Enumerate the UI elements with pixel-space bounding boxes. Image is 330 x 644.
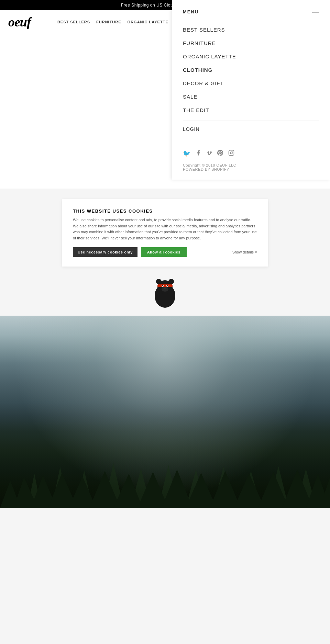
menu-item-decor-gift[interactable]: DECOR & GIFT (183, 77, 319, 90)
svg-point-5 (156, 279, 162, 284)
nav-best-sellers[interactable]: BEST SELLERS (57, 20, 90, 24)
svg-marker-35 (210, 471, 241, 508)
svg-rect-0 (229, 150, 234, 156)
show-details-link[interactable]: Show details ▾ (232, 250, 257, 255)
vimeo-icon[interactable] (206, 150, 212, 158)
menu-footer: Copyright © 2018 OEUF LLC POWERED BY SHO… (183, 163, 319, 171)
menu-item-clothing[interactable]: CLOTHING (183, 64, 319, 76)
twitter-icon[interactable]: 🐦 (183, 150, 190, 158)
mobile-menu-overlay: MENU — BEST SELLERS FURNITURE ORGANIC LA… (172, 0, 330, 180)
menu-title: MENU (183, 9, 199, 14)
btn-necessary-cookies[interactable]: Use necessary cookies only (73, 247, 138, 257)
svg-point-6 (168, 279, 174, 284)
pinterest-icon[interactable] (217, 150, 223, 158)
svg-point-8 (164, 287, 166, 289)
powered-by-text: POWERED BY SHOPIFY (183, 167, 319, 171)
tree-silhouettes (0, 432, 330, 508)
btn-allow-all-cookies[interactable]: Allow all cookies (141, 247, 187, 257)
bear-character (151, 277, 179, 308)
menu-close-button[interactable]: — (312, 8, 319, 15)
menu-social-icons: 🐦 (183, 143, 319, 158)
page-middle-area: THIS WEBSITE USES COOKIES We use cookies… (0, 199, 330, 316)
chevron-down-icon: ▾ (255, 250, 257, 255)
svg-point-13 (167, 285, 168, 286)
menu-items-list: BEST SELLERS FURNITURE ORGANIC LAYETTE C… (183, 23, 319, 116)
menu-header: MENU — (183, 8, 319, 15)
cookie-text: We use cookies to personalise content an… (73, 217, 257, 241)
menu-login-link[interactable]: LOGIN (183, 126, 319, 132)
svg-point-2 (232, 151, 233, 152)
show-details-text: Show details (232, 250, 254, 254)
forest-background (0, 316, 330, 508)
svg-rect-9 (157, 284, 173, 287)
menu-item-the-edit[interactable]: THE EDIT (183, 104, 319, 116)
bear-container (0, 277, 330, 309)
svg-point-12 (162, 285, 163, 286)
menu-item-organic-layette[interactable]: ORGANIC LAYETTE (183, 50, 319, 63)
nav-furniture[interactable]: FURNITURE (96, 20, 121, 24)
copyright-text: Copyright © 2018 OEUF LLC (183, 163, 319, 167)
instagram-icon[interactable] (228, 150, 234, 158)
menu-item-best-sellers[interactable]: BEST SELLERS (183, 23, 319, 36)
page-bottom-area (0, 508, 330, 644)
menu-item-sale[interactable]: SALE (183, 90, 319, 103)
facebook-icon[interactable] (195, 150, 201, 158)
hero-forest-section (0, 316, 330, 508)
cookie-title: THIS WEBSITE USES COOKIES (73, 208, 257, 214)
svg-point-1 (230, 152, 232, 154)
menu-item-furniture[interactable]: FURNITURE (183, 37, 319, 49)
nav-organic-layette[interactable]: ORGANIC LAYETTE (128, 20, 168, 24)
cookie-banner: THIS WEBSITE USES COOKIES We use cookies… (62, 199, 268, 267)
cookie-buttons: Use necessary cookies only Allow all coo… (73, 247, 257, 257)
menu-divider (183, 121, 319, 121)
logo[interactable]: oeuf (8, 14, 31, 30)
